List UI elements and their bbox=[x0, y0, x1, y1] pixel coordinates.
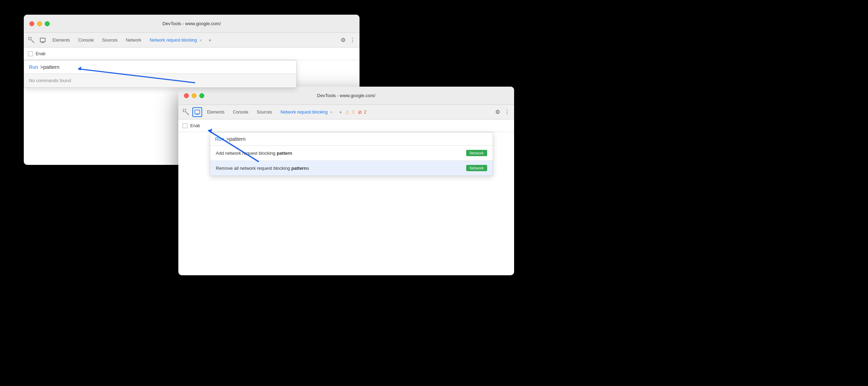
svg-rect-0 bbox=[29, 37, 31, 40]
cp-result-row-2[interactable]: Remove all network request blocking patt… bbox=[210, 161, 493, 176]
tab-network-blocking-1[interactable]: Network request blocking × bbox=[146, 36, 205, 44]
minimize-button-1[interactable] bbox=[37, 21, 42, 26]
tab-elements-2[interactable]: Elements bbox=[204, 108, 228, 116]
tab-network-1[interactable]: Network bbox=[122, 36, 145, 44]
command-palette-1: Run >pattern No commands found bbox=[24, 60, 297, 88]
tab-close-icon-1[interactable]: × bbox=[199, 38, 201, 42]
toolbar-1: Elements Console Sources Network Network… bbox=[24, 33, 360, 48]
title-bar-2: DevTools - www.google.com/ bbox=[178, 87, 514, 105]
cp-no-results-1: No commands found bbox=[24, 74, 296, 87]
cp-result-row-1[interactable]: Add network request blocking pattern Net… bbox=[210, 146, 493, 161]
error-icon-2: ⊘ bbox=[358, 109, 362, 115]
window-title-2: DevTools - www.google.com/ bbox=[317, 93, 376, 98]
svg-rect-8 bbox=[195, 110, 200, 114]
cp-result-text-2: Remove all network request blocking patt… bbox=[216, 166, 462, 171]
cp-run-label-2: Run bbox=[215, 136, 224, 142]
enable-row-2: Enab bbox=[178, 119, 514, 132]
window2-content: Enab Run >pattern Add network request bl… bbox=[178, 119, 514, 132]
settings-icon-2[interactable]: ⚙ bbox=[494, 107, 501, 117]
cp-input-row-2[interactable]: Run >pattern bbox=[210, 132, 493, 146]
svg-rect-2 bbox=[40, 38, 45, 42]
cp-result-text-1: Add network request blocking pattern bbox=[216, 151, 462, 156]
enable-label-1: Enab bbox=[36, 51, 45, 56]
svg-line-7 bbox=[186, 112, 189, 115]
cp-pattern-text-2: >pattern bbox=[226, 136, 246, 142]
maximize-button-2[interactable] bbox=[199, 93, 204, 98]
devtools-window-2: DevTools - www.google.com/ Elements Cons… bbox=[178, 87, 514, 275]
traffic-lights-2 bbox=[184, 93, 204, 98]
minimize-button-2[interactable] bbox=[192, 93, 197, 98]
enable-checkbox-2[interactable] bbox=[183, 123, 187, 128]
cp-badge-2: Network bbox=[466, 165, 487, 171]
tab-console-1[interactable]: Console bbox=[75, 36, 97, 44]
cp-pattern-text-1: >pattern bbox=[40, 64, 59, 70]
svg-line-1 bbox=[31, 40, 34, 43]
tab-network-blocking-2[interactable]: Network request blocking × bbox=[277, 108, 336, 116]
tab-more-2[interactable]: » bbox=[337, 108, 344, 116]
toolbar-2: Elements Console Sources Network request… bbox=[178, 105, 514, 119]
device-icon-2[interactable] bbox=[192, 107, 202, 117]
device-icon-1[interactable] bbox=[38, 35, 48, 45]
svg-rect-3 bbox=[42, 42, 44, 43]
svg-rect-9 bbox=[196, 114, 198, 115]
tab-close-icon-2[interactable]: × bbox=[330, 110, 332, 114]
tab-elements-1[interactable]: Elements bbox=[49, 36, 73, 44]
window1-content: Enab Run >pattern No commands found bbox=[24, 48, 360, 60]
tab-sources-2[interactable]: Sources bbox=[253, 108, 276, 116]
window-title-1: DevTools - www.google.com/ bbox=[163, 21, 221, 26]
warning-icon-2: ⚠ bbox=[345, 109, 350, 115]
tab-console-2[interactable]: Console bbox=[229, 108, 252, 116]
toolbar-right-2: ⚠ 3 ⊘ 2 bbox=[345, 109, 366, 115]
enable-checkbox-1[interactable] bbox=[28, 51, 33, 56]
more-options-icon-1[interactable]: ⋮ bbox=[348, 35, 357, 45]
cp-run-label-1: Run bbox=[29, 64, 38, 70]
more-options-icon-2[interactable]: ⋮ bbox=[503, 107, 511, 117]
settings-icon-1[interactable]: ⚙ bbox=[339, 35, 347, 45]
maximize-button-1[interactable] bbox=[45, 21, 50, 26]
inspect-icon-1[interactable] bbox=[27, 35, 36, 45]
tab-more-1[interactable]: » bbox=[207, 36, 213, 44]
close-button-2[interactable] bbox=[184, 93, 189, 98]
close-button-1[interactable] bbox=[29, 21, 34, 26]
warning-count-2: 3 bbox=[352, 110, 354, 115]
svg-rect-6 bbox=[183, 109, 186, 112]
traffic-lights-1 bbox=[29, 21, 50, 26]
enable-label-2: Enab bbox=[190, 123, 200, 128]
error-count-2: 2 bbox=[364, 110, 367, 115]
enable-row-1: Enab bbox=[24, 48, 360, 60]
command-palette-2: Run >pattern Add network request blockin… bbox=[210, 132, 493, 176]
title-bar-1: DevTools - www.google.com/ bbox=[24, 15, 360, 33]
inspect-icon-2[interactable] bbox=[181, 107, 191, 117]
cp-input-row-1: Run >pattern bbox=[24, 60, 296, 74]
cp-badge-1: Network bbox=[466, 150, 487, 156]
tab-sources-1[interactable]: Sources bbox=[99, 36, 121, 44]
